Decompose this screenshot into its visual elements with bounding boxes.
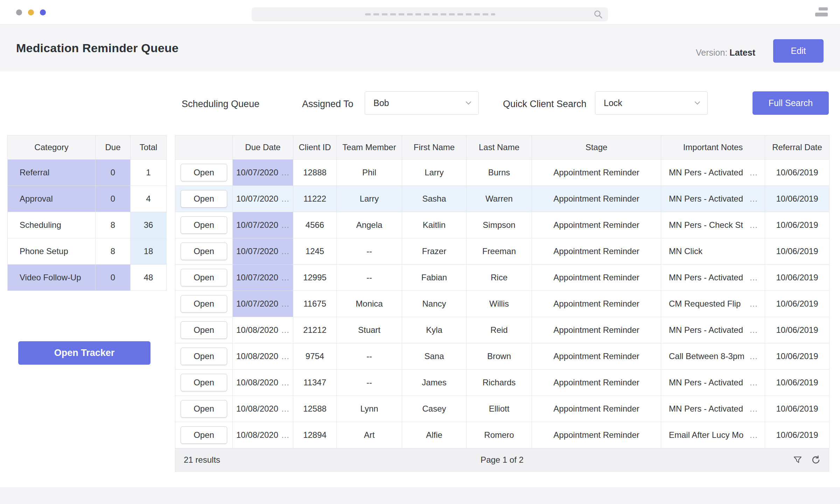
- queue-first-name-cell: Alfie: [402, 422, 467, 448]
- queue-due-date-cell: 10/08/2020…: [233, 422, 293, 448]
- open-tracker-button[interactable]: Open Tracker: [18, 341, 150, 365]
- queue-important-notes-cell: MN Pers - Activated…: [661, 186, 765, 212]
- summary-row[interactable]: Referral 0 1: [8, 160, 167, 186]
- queue-important-notes-cell: MN Pers - Activated…: [661, 160, 765, 186]
- refresh-icon[interactable]: [811, 455, 820, 464]
- queue-stage-cell: Appointment Reminder: [532, 212, 661, 238]
- summary-total-cell: 18: [131, 238, 167, 265]
- truncation-ellipsis: …: [281, 430, 289, 440]
- queue-first-name-cell: Kyla: [402, 317, 467, 343]
- assigned-to-value: Bob: [373, 98, 389, 108]
- queue-referral-date-cell: 10/06/2019: [765, 186, 830, 212]
- queue-open-cell: Open: [175, 291, 233, 317]
- open-row-button[interactable]: Open: [181, 243, 227, 260]
- queue-row[interactable]: Open 10/08/2020… 9754 -- Sana Brown Appo…: [175, 343, 830, 370]
- open-row-button[interactable]: Open: [181, 164, 227, 181]
- open-row-button[interactable]: Open: [181, 321, 227, 339]
- full-search-button[interactable]: Full Search: [752, 91, 829, 115]
- summary-category-cell[interactable]: Phone Setup: [8, 238, 96, 265]
- queue-important-notes-cell: MN Pers - Activated…: [661, 317, 765, 343]
- queue-row[interactable]: Open 10/07/2020… 11675 Monica Nancy Will…: [175, 291, 830, 317]
- truncation-ellipsis: …: [281, 299, 289, 308]
- queue-last-name-cell: Rice: [467, 265, 532, 291]
- truncation-ellipsis: …: [281, 273, 289, 282]
- summary-category-cell[interactable]: Approval: [8, 186, 96, 212]
- address-search-bar[interactable]: [252, 7, 608, 21]
- open-row-button[interactable]: Open: [181, 216, 227, 234]
- queue-row[interactable]: Open 10/08/2020… 12894 Art Alfie Romero …: [175, 422, 830, 448]
- queue-col-first-name: First Name: [402, 135, 467, 160]
- summary-category-cell[interactable]: Scheduling: [8, 212, 96, 238]
- summary-row[interactable]: Approval 0 4: [8, 186, 167, 212]
- assigned-to-select[interactable]: Bob: [365, 91, 479, 115]
- quick-client-search-select[interactable]: Lock: [595, 91, 708, 115]
- queue-client-id-cell: 12995: [293, 265, 337, 291]
- queue-referral-date-cell: 10/06/2019: [765, 422, 830, 448]
- queue-client-id-cell: 1245: [293, 238, 337, 265]
- queue-last-name-cell: Elliott: [467, 396, 532, 422]
- queue-referral-date-cell: 10/06/2019: [765, 238, 830, 265]
- queue-team-member-cell: Larry: [337, 186, 402, 212]
- truncation-ellipsis: …: [749, 194, 758, 204]
- open-row-button[interactable]: Open: [181, 348, 227, 365]
- main-content: Scheduling Queue Assigned To Bob Quick C…: [0, 71, 840, 487]
- filter-icon[interactable]: [793, 455, 802, 464]
- window-dot-icon[interactable]: [28, 9, 34, 15]
- summary-row[interactable]: Phone Setup 8 18: [8, 238, 167, 265]
- queue-col-client-id: Client ID: [293, 135, 337, 160]
- stack-icon[interactable]: [814, 7, 828, 18]
- summary-due-cell: 8: [96, 238, 131, 265]
- queue-row[interactable]: Open 10/07/2020… 12995 -- Fabian Rice Ap…: [175, 265, 830, 291]
- queue-row[interactable]: Open 10/08/2020… 12588 Lynn Casey Elliot…: [175, 396, 830, 422]
- summary-category-cell[interactable]: Video Follow-Up: [8, 265, 96, 291]
- summary-header-row: Category Due Total: [8, 135, 167, 160]
- truncation-ellipsis: …: [749, 351, 758, 361]
- truncation-ellipsis: …: [749, 220, 758, 230]
- queue-table: Due Date Client ID Team Member First Nam…: [175, 135, 830, 448]
- summary-category-cell[interactable]: Referral: [8, 160, 96, 186]
- queue-first-name-cell: Casey: [402, 396, 467, 422]
- queue-client-id-cell: 12894: [293, 422, 337, 448]
- summary-row[interactable]: Video Follow-Up 0 48: [8, 265, 167, 291]
- queue-last-name-cell: Warren: [467, 186, 532, 212]
- queue-due-date-cell: 10/07/2020…: [233, 160, 293, 186]
- queue-due-date-cell: 10/07/2020…: [233, 291, 293, 317]
- open-row-button[interactable]: Open: [181, 374, 227, 391]
- queue-team-member-cell: Angela: [337, 212, 402, 238]
- queue-open-cell: Open: [175, 343, 233, 370]
- queue-row[interactable]: Open 10/08/2020… 11347 -- James Richards…: [175, 370, 830, 396]
- queue-stage-cell: Appointment Reminder: [532, 396, 661, 422]
- queue-row[interactable]: Open 10/08/2020… 21212 Stuart Kyla Reid …: [175, 317, 830, 343]
- summary-total-cell: 4: [131, 186, 167, 212]
- queue-last-name-cell: Reid: [467, 317, 532, 343]
- queue-due-date-cell: 10/08/2020…: [233, 396, 293, 422]
- queue-row[interactable]: Open 10/07/2020… 12888 Phil Larry Burns …: [175, 160, 830, 186]
- open-row-button[interactable]: Open: [181, 269, 227, 286]
- queue-client-id-cell: 21212: [293, 317, 337, 343]
- open-row-button[interactable]: Open: [181, 190, 227, 208]
- open-row-button[interactable]: Open: [181, 400, 227, 418]
- browser-topbar: [0, 0, 840, 24]
- truncation-ellipsis: …: [281, 404, 289, 413]
- search-placeholder-line: [365, 13, 495, 15]
- quick-client-search-label: Quick Client Search: [503, 99, 587, 110]
- summary-row[interactable]: Scheduling 8 36: [8, 212, 167, 238]
- queue-stage-cell: Appointment Reminder: [532, 291, 661, 317]
- queue-row[interactable]: Open 10/07/2020… 11222 Larry Sasha Warre…: [175, 186, 830, 212]
- queue-stage-cell: Appointment Reminder: [532, 186, 661, 212]
- queue-last-name-cell: Willis: [467, 291, 532, 317]
- truncation-ellipsis: …: [281, 378, 289, 387]
- window-dot-icon[interactable]: [40, 9, 46, 15]
- search-icon: [593, 9, 603, 19]
- queue-row[interactable]: Open 10/07/2020… 1245 -- Frazer Freeman …: [175, 238, 830, 265]
- open-row-button[interactable]: Open: [181, 295, 227, 313]
- open-row-button[interactable]: Open: [181, 426, 227, 444]
- queue-open-cell: Open: [175, 265, 233, 291]
- edit-button[interactable]: Edit: [773, 39, 824, 63]
- queue-open-cell: Open: [175, 212, 233, 238]
- window-dot-icon[interactable]: [16, 9, 22, 15]
- queue-last-name-cell: Freeman: [467, 238, 532, 265]
- results-count: 21 results: [184, 455, 220, 465]
- queue-row[interactable]: Open 10/07/2020… 4566 Angela Kaitlin Sim…: [175, 212, 830, 238]
- queue-referral-date-cell: 10/06/2019: [765, 212, 830, 238]
